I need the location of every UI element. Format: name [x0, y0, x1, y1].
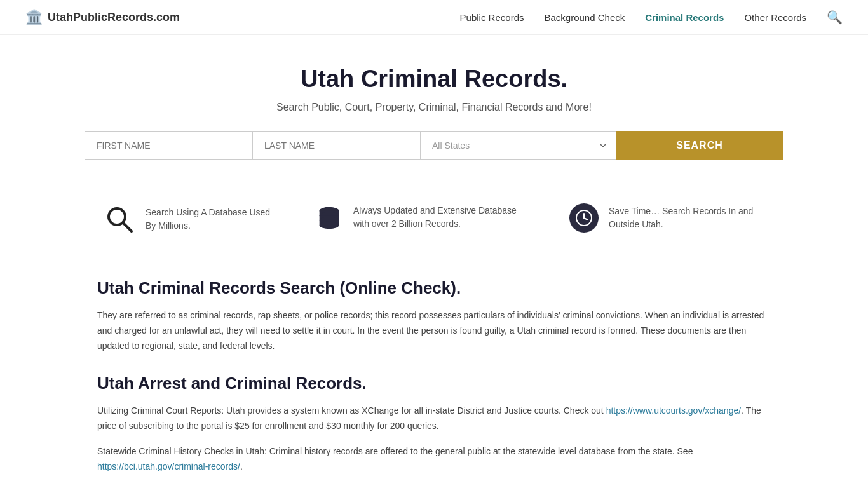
search-button[interactable]: SEARCH [616, 131, 783, 160]
search-icon[interactable]: 🔍 [827, 10, 843, 25]
feature-search: Search Using A Database Used By Millions… [104, 203, 277, 235]
logo-text: UtahPublicRecords.com [48, 11, 180, 24]
section2-para3: Free Statewide Warrant Checks: https://s… [97, 485, 771, 488]
logo[interactable]: 🏛️ UtahPublicRecords.com [25, 9, 180, 25]
feature-database: Always Updated and Extensive Database wi… [315, 203, 531, 231]
first-name-input[interactable] [85, 131, 252, 160]
bci-link[interactable]: https://bci.utah.gov/criminal-records/ [97, 461, 240, 471]
nav-background-check[interactable]: Background Check [544, 12, 625, 23]
feature-search-text: Search Using A Database Used By Millions… [146, 206, 277, 233]
database-icon [315, 203, 343, 231]
section1-para1: They are referred to as criminal records… [97, 308, 771, 353]
logo-icon: 🏛️ [25, 9, 43, 25]
svg-point-8 [320, 222, 339, 229]
feature-clock-text: Save Time… Search Records In and Outside… [609, 205, 764, 231]
features-section: Search Using A Database Used By Millions… [53, 180, 815, 258]
section2-para2: Statewide Criminal History Checks in Uta… [97, 444, 771, 475]
nav-other-records[interactable]: Other Records [744, 12, 806, 23]
hero-section: Utah Criminal Records. Search Public, Co… [0, 35, 868, 180]
header: 🏛️ UtahPublicRecords.com Public Records … [0, 0, 868, 35]
main-nav: Public Records Background Check Criminal… [460, 10, 843, 25]
state-select[interactable]: All StatesAlabamaAlaskaArizonaArkansasCa… [420, 131, 616, 160]
hero-subtitle: Search Public, Court, Property, Criminal… [25, 102, 843, 113]
feature-database-text: Always Updated and Extensive Database wi… [353, 204, 531, 231]
svg-line-11 [584, 218, 588, 220]
main-content: Utah Criminal Records Search (Online Che… [72, 278, 796, 488]
feature-clock: Save Time… Search Records In and Outside… [569, 203, 764, 233]
last-name-input[interactable] [252, 131, 420, 160]
section2-heading: Utah Arrest and Criminal Records. [97, 374, 771, 393]
svg-line-1 [123, 223, 132, 231]
section2-para1: Utilizing Criminal Court Reports: Utah p… [97, 403, 771, 434]
search-large-icon [104, 203, 135, 235]
clock-icon [569, 203, 599, 233]
search-bar: All StatesAlabamaAlaskaArizonaArkansasCa… [85, 131, 783, 160]
section1-heading: Utah Criminal Records Search (Online Che… [97, 278, 771, 298]
page-title: Utah Criminal Records. [25, 65, 843, 93]
nav-public-records[interactable]: Public Records [460, 12, 524, 23]
utcourts-link[interactable]: https://www.utcourts.gov/xchange/ [606, 405, 741, 416]
nav-criminal-records[interactable]: Criminal Records [645, 12, 724, 23]
